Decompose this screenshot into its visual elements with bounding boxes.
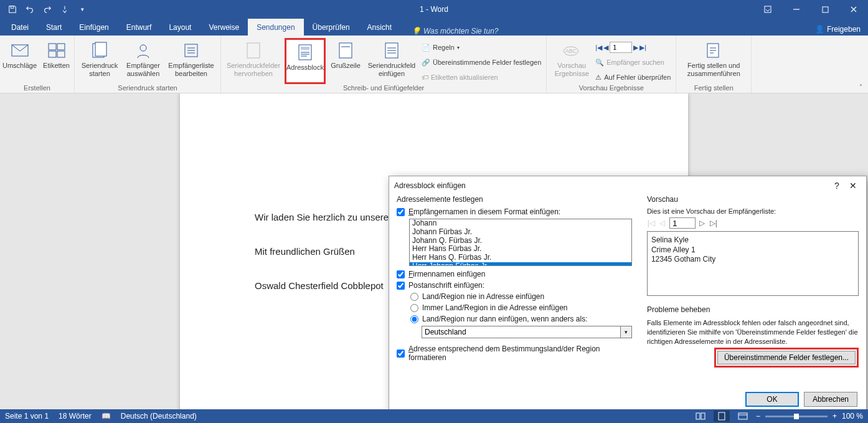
- svg-rect-5: [49, 44, 56, 50]
- close-button[interactable]: [839, 0, 868, 19]
- preview-record-input[interactable]: [669, 217, 696, 229]
- cancel-button[interactable]: Abbrechen: [804, 392, 857, 407]
- etiketten-aktualisieren-button[interactable]: 🏷 Etiketten aktualisieren: [422, 70, 541, 84]
- group-erstellen: Umschläge Etiketten Erstellen: [0, 36, 75, 93]
- empfaenger-auswaehlen-label: Empfänger auswählen: [123, 62, 163, 78]
- preview-last-icon[interactable]: ▷|: [709, 219, 718, 227]
- status-bar: Seite 1 von 1 18 Wörter 📖 Deutsch (Deuts…: [0, 409, 868, 423]
- vorschau-ergebnisse-button[interactable]: ABC Vorschau Ergebnisse: [552, 38, 592, 84]
- share-button[interactable]: 👤 Freigeben: [808, 23, 868, 36]
- dialog-close-icon[interactable]: ✕: [845, 181, 861, 191]
- chk-name-format[interactable]: [397, 208, 405, 216]
- zoom-level[interactable]: 100 %: [842, 412, 863, 421]
- touch-mode-icon[interactable]: [57, 2, 72, 17]
- chk-firmenname[interactable]: [397, 270, 405, 278]
- prev-record-icon[interactable]: ◀: [603, 40, 608, 54]
- tab-einfuegen[interactable]: Einfügen: [70, 19, 117, 36]
- read-mode-icon[interactable]: [692, 411, 709, 422]
- highlight-icon: [243, 40, 263, 60]
- ok-button[interactable]: OK: [745, 392, 799, 407]
- format-option-3[interactable]: Herr Hans Fürbas Jr.: [410, 245, 631, 254]
- format-option-1[interactable]: Johann Fürbas Jr.: [410, 228, 631, 237]
- tab-entwurf[interactable]: Entwurf: [118, 19, 161, 36]
- format-option-0[interactable]: Johann: [410, 219, 631, 228]
- uebereinstimmende-felder-button[interactable]: 🔗 Übereinstimmende Felder festlegen: [422, 55, 541, 69]
- chk-postanschrift[interactable]: [397, 282, 405, 290]
- dialog-left-column: Adresselemente festlegen Empfängernamen …: [397, 195, 632, 368]
- proofing-icon[interactable]: 📖: [101, 412, 111, 421]
- group-seriendruck-label: Seriendruck starten: [118, 84, 177, 93]
- tell-me-search[interactable]: 💡 Was möchten Sie tun?: [400, 27, 499, 36]
- maximize-button[interactable]: [811, 0, 839, 19]
- problems-heading: Probleme beheben: [647, 305, 859, 315]
- empfaenger-suchen-button[interactable]: 🔍 Empfänger suchen: [595, 55, 671, 69]
- vorschau-label: Vorschau Ergebnisse: [552, 62, 592, 78]
- web-layout-icon[interactable]: [735, 411, 751, 422]
- window-title: 1 - Word: [420, 5, 448, 14]
- group-erstellen-label: Erstellen: [24, 84, 50, 93]
- vorschau-heading: Vorschau: [647, 195, 859, 204]
- mailmerge-icon: [90, 40, 110, 60]
- tab-datei[interactable]: Datei: [2, 19, 37, 36]
- tab-layout[interactable]: Layout: [160, 19, 200, 36]
- tab-ueberpruefen[interactable]: Überprüfen: [304, 19, 359, 36]
- dialog-help-icon[interactable]: ?: [829, 181, 845, 191]
- svg-rect-20: [696, 413, 700, 419]
- auf-fehler-button[interactable]: ⚠ Auf Fehler überprüfen: [595, 70, 671, 84]
- hervorheben-button[interactable]: Seriendruckfelder hervorheben: [226, 38, 281, 84]
- seriendruck-starten-button[interactable]: Seriendruck starten: [80, 38, 120, 84]
- country-dropdown-icon[interactable]: ▾: [621, 326, 632, 338]
- seriendruckfeld-button[interactable]: Seriendruckfeld einfügen: [366, 38, 418, 84]
- grusszeile-button[interactable]: Grußzeile: [329, 38, 362, 84]
- tab-start[interactable]: Start: [37, 19, 70, 36]
- name-format-list[interactable]: Johann Johann Fürbas Jr. Johann Q. Fürba…: [409, 219, 632, 266]
- zoom-slider[interactable]: [765, 416, 828, 417]
- format-option-5[interactable]: Herr Johann Fürbas Jr.: [410, 262, 631, 266]
- radio-nie[interactable]: [410, 293, 418, 301]
- minimize-button[interactable]: [782, 0, 811, 19]
- etiketten-button[interactable]: Etiketten: [41, 38, 72, 84]
- status-language[interactable]: Deutsch (Deutschland): [121, 412, 197, 421]
- regeln-button[interactable]: 📄 Regeln▾: [422, 40, 541, 54]
- dialog-titlebar: Adressblock einfügen ? ✕: [389, 176, 866, 195]
- empfaenger-auswaehlen-button[interactable]: Empfänger auswählen: [123, 38, 163, 84]
- chk-bestimmungsland[interactable]: [397, 349, 405, 358]
- save-icon[interactable]: [5, 2, 20, 17]
- last-record-icon[interactable]: ▶|: [639, 40, 646, 54]
- dialog-title: Adressblock einfügen: [394, 181, 466, 190]
- collapse-ribbon-icon[interactable]: ˄: [853, 36, 868, 93]
- tab-verweise[interactable]: Verweise: [200, 19, 248, 36]
- tab-sendungen[interactable]: Sendungen: [248, 19, 303, 36]
- status-page[interactable]: Seite 1 von 1: [5, 412, 49, 421]
- next-record-icon[interactable]: ▶: [633, 40, 638, 54]
- updatelabels-icon: 🏷: [422, 74, 428, 81]
- window-controls: [753, 0, 868, 19]
- ribbon-display-icon[interactable]: [753, 0, 782, 19]
- radio-nur-label: Land/Region nur dann einfügen, wenn ande…: [422, 315, 588, 323]
- country-input[interactable]: [422, 326, 621, 338]
- redo-icon[interactable]: [40, 2, 55, 17]
- status-words[interactable]: 18 Wörter: [59, 412, 92, 421]
- print-layout-icon[interactable]: [714, 411, 730, 422]
- format-option-2[interactable]: Johann Q. Fürbas Jr.: [410, 237, 631, 245]
- record-number-input[interactable]: [610, 42, 632, 53]
- radio-immer[interactable]: [410, 304, 418, 312]
- svg-rect-22: [719, 412, 725, 420]
- undo-icon[interactable]: [22, 2, 37, 17]
- match-fields-button[interactable]: Übereinstimmende Felder festlegen...: [717, 351, 856, 364]
- qat-customize-icon[interactable]: ▾: [75, 2, 90, 17]
- format-option-4[interactable]: Herr Hans Q. Fürbas Jr.: [410, 254, 631, 262]
- preview-next-icon[interactable]: ▷: [698, 219, 707, 227]
- zoom-in-icon[interactable]: +: [833, 412, 837, 421]
- fertig-stellen-button[interactable]: Fertig stellen und zusammenführen: [681, 38, 746, 84]
- tab-ansicht[interactable]: Ansicht: [359, 19, 400, 36]
- empfaengerliste-bearbeiten-button[interactable]: Empfängerliste bearbeiten: [167, 38, 215, 84]
- umschlaege-button[interactable]: Umschläge: [2, 38, 37, 84]
- radio-nur[interactable]: [410, 315, 418, 323]
- preview-prev-icon[interactable]: ◁: [658, 219, 667, 227]
- preview-intro: Dies ist eine Vorschau der Empfängerlist…: [647, 207, 859, 215]
- zoom-out-icon[interactable]: −: [756, 412, 760, 421]
- first-record-icon[interactable]: |◀: [595, 40, 602, 54]
- preview-first-icon[interactable]: |◁: [647, 219, 656, 227]
- adressblock-button[interactable]: Adressblock: [285, 38, 326, 84]
